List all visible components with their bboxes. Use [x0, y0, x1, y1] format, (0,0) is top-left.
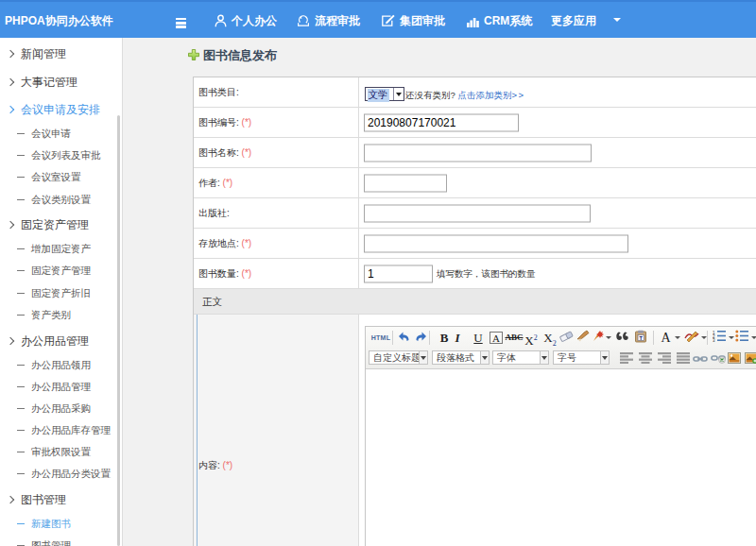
svg-text:3: 3	[713, 338, 715, 342]
